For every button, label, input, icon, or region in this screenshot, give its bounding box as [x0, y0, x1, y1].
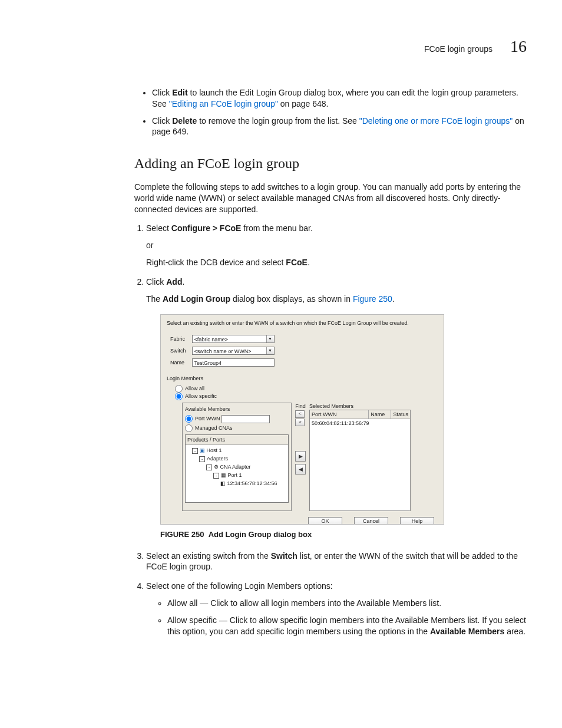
- radio-allow-all[interactable]: [175, 385, 183, 393]
- section-heading: Adding an FCoE login group: [134, 154, 527, 173]
- cancel-button[interactable]: Cancel: [354, 517, 388, 524]
- name-input[interactable]: TestGroup4: [192, 358, 275, 367]
- label-switch: Switch: [168, 345, 189, 356]
- add-login-group-dialog: Select an existing switch or enter the W…: [160, 314, 444, 525]
- header-section: FCoE login groups: [424, 44, 492, 55]
- label-login-members: Login Members: [167, 375, 438, 382]
- dialog-form: Fabric <fabric name>▼ Switch <switch nam…: [167, 332, 278, 369]
- link-edit-group[interactable]: "Editing an FCoE login group": [169, 99, 278, 108]
- steps-list: Select Configure > FCoE from the menu ba…: [134, 223, 527, 637]
- tree-header: Products / Ports: [186, 435, 288, 445]
- radio-allow-specific[interactable]: [175, 393, 183, 400]
- ok-button[interactable]: OK: [308, 517, 342, 524]
- move-left-button[interactable]: ◀: [295, 464, 306, 475]
- intro-paragraph: Complete the following steps to add swit…: [134, 182, 527, 215]
- fabric-select[interactable]: <fabric name>▼: [192, 335, 275, 343]
- available-members-panel: Available Members Port WWN Managed CNAs …: [182, 403, 292, 511]
- link-delete-group[interactable]: "Deleting one or more FCoE login groups": [359, 116, 513, 126]
- tree-host[interactable]: -▣ Host 1: [187, 446, 286, 454]
- port-wwn-input[interactable]: [222, 415, 270, 423]
- radio-allow-specific-row: Allow specific: [175, 393, 438, 400]
- tree-cna[interactable]: -⚙ CNA Adapter: [187, 463, 286, 471]
- table-row[interactable]: 50:60:04:82:11:23:56:79: [310, 419, 410, 427]
- step-1: Select Configure > FCoE from the menu ba…: [146, 223, 527, 268]
- bullet-edit: Click Edit to launch the Edit Login Grou…: [152, 87, 527, 110]
- selected-members-table[interactable]: Port WWN Name Status 50:60:04:82:11:23:5…: [309, 410, 411, 511]
- radio-port-wwn-row: Port WWN: [185, 415, 289, 423]
- tree-adapters[interactable]: -Adapters: [187, 454, 286, 463]
- switch-select[interactable]: <switch name or WWN>▼: [192, 347, 275, 355]
- col-name: Name: [369, 410, 391, 419]
- col-status: Status: [391, 410, 410, 419]
- dialog-instruction: Select an existing switch or enter the W…: [167, 319, 438, 327]
- col-port-wwn: Port WWN: [310, 410, 369, 419]
- step-3: Select an existing switch from the Switc…: [146, 551, 527, 573]
- selected-members-panel: Selected Members Port WWN Name Status 50…: [309, 403, 411, 511]
- label-fabric: Fabric: [168, 334, 189, 344]
- help-button[interactable]: Help: [400, 517, 434, 524]
- step-4: Select one of the following Login Member…: [146, 581, 527, 637]
- radio-managed-cnas-row: Managed CNAs: [185, 424, 289, 432]
- chevron-down-icon: ▼: [266, 347, 274, 354]
- step-1-or: or: [146, 240, 527, 251]
- link-figure-250[interactable]: Figure 250: [353, 294, 392, 304]
- products-tree[interactable]: Products / Ports -▣ Host 1 -Adapters -⚙ …: [185, 434, 289, 503]
- figure-caption: FIGURE 250 Add Login Group dialog box: [160, 529, 527, 540]
- step-4-allow-all: Allow all — Click to allow all login mem…: [167, 598, 527, 609]
- step-4-allow-specific: Allow specific — Click to allow specific…: [167, 615, 527, 637]
- find-next-button[interactable]: >: [295, 419, 305, 426]
- figure-250: Select an existing switch or enter the W…: [160, 314, 527, 525]
- radio-allow-all-row: Allow all: [175, 385, 438, 393]
- find-prev-button[interactable]: <: [295, 410, 305, 418]
- label-available: Available Members: [185, 406, 289, 413]
- tree-wwn[interactable]: ◧ 12:34:56:78:12:34:56: [187, 479, 286, 487]
- label-name: Name: [168, 357, 189, 368]
- radio-managed-cnas[interactable]: [185, 424, 193, 432]
- page-header: FCoE login groups 16: [35, 35, 527, 58]
- step-2: Click Add. The Add Login Group dialog bo…: [146, 276, 527, 539]
- label-find: Find: [295, 403, 306, 410]
- intro-bullets: Click Edit to launch the Edit Login Grou…: [134, 87, 527, 138]
- step-1-alt: Right-click the DCB device and select FC…: [146, 257, 527, 268]
- header-chapter: 16: [510, 35, 527, 58]
- radio-port-wwn[interactable]: [185, 415, 193, 423]
- label-selected: Selected Members: [309, 403, 411, 410]
- bullet-delete: Click Delete to remove the login group f…: [152, 116, 527, 138]
- chevron-down-icon: ▼: [266, 335, 274, 342]
- tree-port[interactable]: -▦ Port 1: [187, 471, 286, 479]
- step-2-sub: The Add Login Group dialog box displays,…: [146, 294, 527, 305]
- move-right-button[interactable]: ▶: [295, 451, 306, 462]
